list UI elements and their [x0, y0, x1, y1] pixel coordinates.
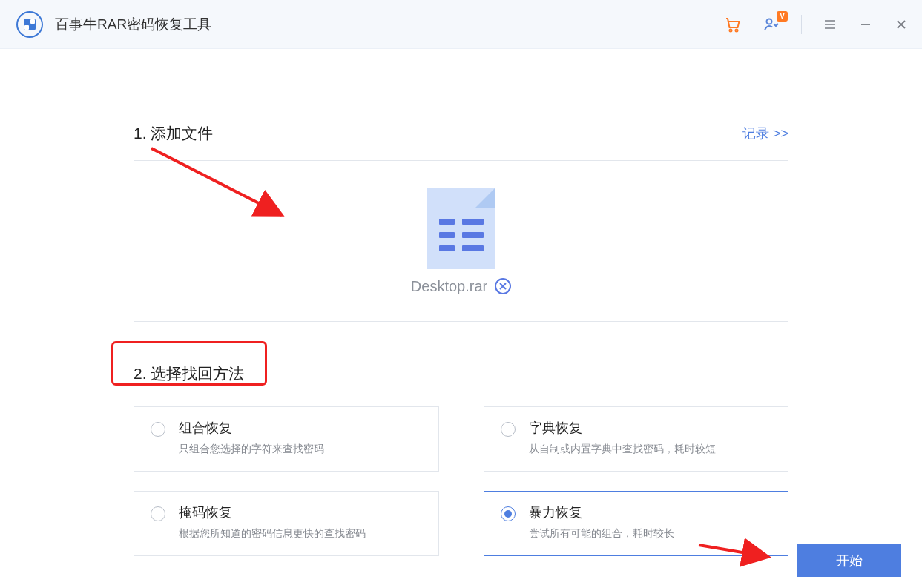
app-logo: 百事牛RAR密码恢复工具: [16, 11, 211, 38]
file-icon: [427, 188, 495, 269]
title-actions: V: [724, 15, 909, 34]
svg-point-1: [736, 29, 738, 31]
file-name-label: Desktop.rar: [411, 278, 487, 295]
main-content: 1. 添加文件 记录 >> Desktop.rar 2. 选择找回方法 组合恢复…: [0, 49, 922, 556]
option-title: 暴力恢复: [529, 503, 674, 521]
title-bar: 百事牛RAR密码恢复工具 V: [0, 0, 922, 49]
user-icon[interactable]: V: [763, 16, 780, 33]
section2-title: 2. 选择找回方法: [134, 363, 788, 384]
radio-icon: [501, 422, 516, 437]
section1-title: 1. 添加文件: [134, 123, 213, 144]
divider: [801, 15, 802, 34]
logo-icon: [16, 11, 43, 38]
svg-point-0: [730, 29, 732, 31]
svg-point-2: [767, 19, 772, 24]
file-drop-area[interactable]: Desktop.rar: [134, 160, 788, 322]
option-desc: 从自制或内置字典中查找密码，耗时较短: [529, 443, 716, 456]
history-link[interactable]: 记录 >>: [742, 125, 788, 142]
option-desc: 只组合您选择的字符来查找密码: [179, 443, 324, 456]
close-button[interactable]: [894, 17, 909, 32]
vip-badge: V: [777, 11, 788, 22]
radio-icon: [501, 506, 516, 521]
menu-icon[interactable]: [823, 17, 837, 32]
start-button[interactable]: 开始: [797, 544, 901, 577]
app-title: 百事牛RAR密码恢复工具: [55, 15, 211, 34]
cart-icon[interactable]: [724, 16, 742, 33]
recovery-option-0[interactable]: 组合恢复只组合您选择的字符来查找密码: [134, 406, 439, 472]
radio-icon: [151, 506, 165, 521]
recovery-option-1[interactable]: 字典恢复从自制或内置字典中查找密码，耗时较短: [484, 406, 789, 472]
option-title: 掩码恢复: [179, 503, 366, 521]
option-title: 字典恢复: [529, 419, 716, 437]
footer-bar: 开始: [0, 532, 922, 588]
remove-file-icon[interactable]: [495, 278, 511, 294]
option-title: 组合恢复: [179, 419, 324, 437]
minimize-button[interactable]: [858, 17, 873, 32]
radio-icon: [151, 422, 165, 437]
